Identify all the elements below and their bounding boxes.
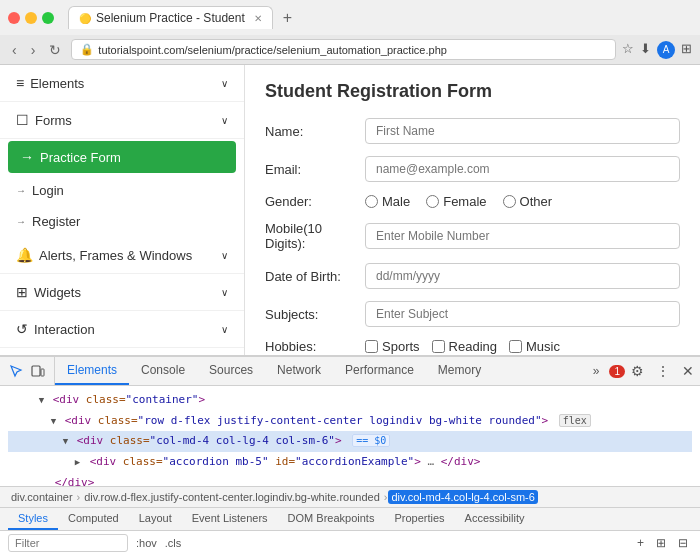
triangle-3[interactable] (63, 434, 68, 449)
device-toggle-icon[interactable] (28, 361, 48, 381)
devtools-settings-icon[interactable]: ⚙ (625, 359, 650, 383)
hobby-music-check[interactable] (509, 340, 522, 353)
sidebar-item-forms[interactable]: ☐ Forms ∨ (0, 102, 244, 139)
refresh-button[interactable]: ↻ (45, 40, 65, 60)
grid-icon: ⊞ (16, 284, 28, 300)
breadcrumb-col[interactable]: div.col-md-4.col-lg-4.col-sm-6 (388, 490, 537, 504)
breadcrumb-row[interactable]: div.row.d-flex.justify-content-center.lo… (81, 490, 383, 504)
devtools-tab-bar: Elements Console Sources Network Perform… (0, 357, 700, 386)
tab-console[interactable]: Console (129, 357, 197, 385)
hobby-sports[interactable]: Sports (365, 339, 420, 354)
sidebar-item-widgets[interactable]: ⊞ Widgets ∨ (0, 274, 244, 311)
dom-line-2[interactable]: <div class="row d-flex justify-content-c… (8, 411, 692, 432)
dom-line-4[interactable]: ▶ <div class="accordion mb-5" id="accord… (8, 452, 692, 473)
tab-favicon: 🟡 (79, 13, 91, 24)
tab-performance[interactable]: Performance (333, 357, 426, 385)
gender-male-radio[interactable] (365, 195, 378, 208)
styles-tab-bar: Styles Computed Layout Event Listeners D… (0, 508, 700, 531)
pseudo-hover-button[interactable]: :hov (136, 537, 157, 549)
gender-female-radio[interactable] (426, 195, 439, 208)
more-tabs-button[interactable]: » (585, 358, 608, 384)
dom-line-3[interactable]: <div class="col-md-4 col-lg-4 col-sm-6">… (8, 431, 692, 452)
nav-icons: ☆ ⬇ A ⊞ (622, 41, 692, 59)
devtools-tabs-list: Elements Console Sources Network Perform… (55, 357, 585, 385)
gender-other-radio[interactable] (503, 195, 516, 208)
gender-other[interactable]: Other (503, 194, 553, 209)
dob-input[interactable] (365, 263, 680, 289)
mobile-input[interactable] (365, 223, 680, 249)
name-input[interactable] (365, 118, 680, 144)
styles-tab-dom-breakpoints[interactable]: DOM Breakpoints (278, 508, 385, 530)
gender-female-label: Female (443, 194, 486, 209)
subjects-input[interactable] (365, 301, 680, 327)
sidebar-item-alerts[interactable]: 🔔 Alerts, Frames & Windows ∨ (0, 237, 244, 274)
tab-close-button[interactable]: ✕ (254, 13, 262, 24)
tab-sources[interactable]: Sources (197, 357, 265, 385)
close-button[interactable] (8, 12, 20, 24)
hobby-music[interactable]: Music (509, 339, 560, 354)
styles-tab-accessibility[interactable]: Accessibility (455, 508, 535, 530)
sidebar-item-login[interactable]: → Login (0, 175, 244, 206)
email-label: Email: (265, 162, 365, 177)
dom-line-5[interactable]: </div> (8, 473, 692, 486)
name-label: Name: (265, 124, 365, 139)
add-tab-button[interactable]: + (277, 7, 298, 29)
tab-memory[interactable]: Memory (426, 357, 493, 385)
devtools-close-icon[interactable]: ✕ (676, 359, 700, 383)
gender-options: Male Female Other (365, 194, 552, 209)
more-style-button[interactable]: ⊟ (674, 534, 692, 552)
styles-action-icons: + ⊞ ⊟ (633, 534, 692, 552)
form-area: Student Registration Form Name: Email: G… (245, 65, 700, 355)
active-tab[interactable]: 🟡 Selenium Practice - Student ✕ (68, 6, 273, 29)
forward-button[interactable]: › (27, 40, 40, 60)
devtools-icon-group (0, 357, 55, 385)
download-icon[interactable]: ⬇ (640, 41, 651, 59)
form-row-gender: Gender: Male Female Other (265, 194, 680, 209)
hobby-reading-check[interactable] (432, 340, 445, 353)
hobby-reading[interactable]: Reading (432, 339, 497, 354)
styles-tab-styles[interactable]: Styles (8, 508, 58, 530)
element-picker-icon[interactable] (6, 361, 26, 381)
triangle-1[interactable] (39, 393, 44, 408)
copy-style-button[interactable]: ⊞ (652, 534, 670, 552)
gender-female[interactable]: Female (426, 194, 486, 209)
devtools-panel: Elements Console Sources Network Perform… (0, 355, 700, 554)
back-button[interactable]: ‹ (8, 40, 21, 60)
sidebar-item-interaction[interactable]: ↺ Interaction ∨ (0, 311, 244, 348)
dom-line-1[interactable]: <div class="container"> (8, 390, 692, 411)
tab-network[interactable]: Network (265, 357, 333, 385)
hobby-music-label: Music (526, 339, 560, 354)
styles-tab-event-listeners[interactable]: Event Listeners (182, 508, 278, 530)
minimize-button[interactable] (25, 12, 37, 24)
tab-elements[interactable]: Elements (55, 357, 129, 385)
styles-filter-input[interactable] (8, 534, 128, 552)
email-input[interactable] (365, 156, 680, 182)
address-bar[interactable]: 🔒 tutorialspoint.com/selenium/practice/s… (71, 39, 616, 60)
pseudo-cls-button[interactable]: .cls (165, 537, 182, 549)
sidebar-item-elements[interactable]: ≡ Elements ∨ (0, 65, 244, 102)
profile-icon[interactable]: A (657, 41, 675, 59)
sidebar: ≡ Elements ∨ ☐ Forms ∨ → Practice Form →… (0, 65, 245, 355)
add-style-button[interactable]: + (633, 534, 648, 552)
bookmark-icon[interactable]: ☆ (622, 41, 634, 59)
maximize-button[interactable] (42, 12, 54, 24)
sidebar-item-register[interactable]: → Register (0, 206, 244, 237)
devtools-more-options-icon[interactable]: ⋮ (650, 359, 676, 383)
hobbies-label: Hobbies: (265, 339, 365, 354)
sidebar-item-practice-form[interactable]: → Practice Form (8, 141, 236, 173)
styles-tab-computed[interactable]: Computed (58, 508, 129, 530)
traffic-lights (8, 12, 54, 24)
hobby-sports-label: Sports (382, 339, 420, 354)
styles-tab-layout[interactable]: Layout (129, 508, 182, 530)
chevron-down-icon-interaction: ∨ (221, 324, 228, 335)
form-row-hobbies: Hobbies: Sports Reading Music (265, 339, 680, 354)
styles-tab-properties[interactable]: Properties (384, 508, 454, 530)
triangle-2[interactable] (51, 414, 56, 429)
extensions-icon[interactable]: ⊞ (681, 41, 692, 59)
forms-icon: ☐ (16, 112, 29, 128)
hobby-sports-check[interactable] (365, 340, 378, 353)
breadcrumb-bar: div.container › div.row.d-flex.justify-c… (0, 486, 700, 507)
breadcrumb-container[interactable]: div.container (8, 490, 76, 504)
gender-male[interactable]: Male (365, 194, 410, 209)
equals-badge: == $0 (352, 434, 390, 447)
